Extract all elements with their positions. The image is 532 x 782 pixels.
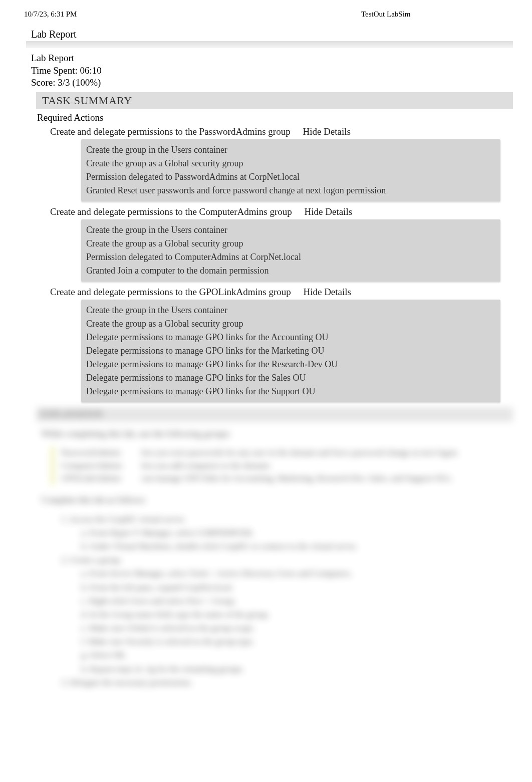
list-item: d. In the Group name field, type the nam…	[81, 608, 508, 621]
task-detail: Create the group as a Global security gr…	[86, 237, 495, 250]
hide-details-link[interactable]: Hide Details	[305, 206, 353, 217]
time-spent-value: 06:10	[80, 65, 102, 76]
task-details-box: Create the group in the Users container …	[81, 300, 500, 402]
list-item: 3. Delegate the necessary permissions.	[61, 676, 508, 689]
task-detail: Create the group in the Users container	[86, 223, 495, 237]
task-detail: Permission delegated to ComputerAdmins a…	[86, 250, 495, 264]
task-detail: Delegate permissions to manage GPO links…	[86, 344, 495, 358]
score-label: Score:	[31, 77, 58, 88]
task-title: Create and delegate permissions to the P…	[50, 126, 291, 137]
task-summary-bar: TASK SUMMARY	[36, 92, 513, 109]
explanation-heading: EXPLANATION	[36, 407, 513, 422]
list-item: a. From Server Manager, select Tools > A…	[81, 567, 508, 580]
task-detail: Delegate permissions to manage GPO links…	[86, 331, 495, 344]
group-desc: lets you reset passwords for any user in…	[141, 446, 459, 459]
required-actions-heading: Required Actions	[37, 112, 508, 123]
list-item: a. From Hyper-V Manager, select CORPSERV…	[81, 526, 508, 540]
complete-intro: Complete this lab as follows:	[41, 495, 508, 505]
task-details-box: Create the group in the Users container …	[81, 139, 500, 201]
lab-report-heading: Lab Report	[31, 52, 508, 65]
task-detail: Delegate permissions to manage GPO links…	[86, 358, 495, 371]
list-item: e. Make sure Global is selected as the g…	[81, 621, 508, 635]
report-meta: Lab Report Time Spent: 06:10 Score: 3/3 …	[31, 52, 508, 89]
task-row: Create and delegate permissions to the G…	[50, 287, 508, 298]
print-timestamp: 10/7/23, 6:31 PM	[24, 10, 171, 19]
score-value: 3/3 (100%)	[58, 77, 101, 88]
group-name: PasswordAdmins	[61, 446, 141, 459]
score-row: Score: 3/3 (100%)	[31, 77, 508, 89]
task-detail: Create the group in the Users container	[86, 304, 495, 317]
task-row: Create and delegate permissions to the C…	[50, 206, 508, 217]
title-divider	[26, 41, 513, 48]
time-spent-row: Time Spent: 06:10	[31, 65, 508, 77]
task-detail: Delegate permissions to manage GPO links…	[86, 371, 495, 385]
time-spent-label: Time Spent:	[31, 65, 80, 76]
table-row: GPOLinkAdmins can manage GPO links for A…	[61, 472, 508, 485]
table-row: PasswordAdmins lets you reset passwords …	[61, 446, 508, 459]
list-item: 2. Create a group.	[61, 553, 508, 567]
task-details-box: Create the group in the Users container …	[81, 219, 500, 282]
task-detail: Create the group as a Global security gr…	[86, 317, 495, 331]
report-content: Lab Report Lab Report Time Spent: 06:10 …	[0, 19, 532, 699]
list-item: f. Make sure Security is selected as the…	[81, 635, 508, 648]
steps-list: 1. Access the CorpDC virtual server. a. …	[61, 512, 508, 689]
explanation-table: PasswordAdmins lets you reset passwords …	[51, 446, 508, 485]
task-detail: Granted Reset user passwords and force p…	[86, 184, 495, 197]
task-detail: Permission delegated to PasswordAdmins a…	[86, 170, 495, 184]
list-item: c. Right-click Users and select New > Gr…	[81, 594, 508, 608]
group-name: ComputerAdmins	[61, 459, 141, 472]
task-title: Create and delegate permissions to the C…	[50, 206, 292, 217]
print-app-title: TestOut LabSim	[171, 10, 508, 19]
list-item: 1. Access the CorpDC virtual server.	[61, 512, 508, 526]
task-detail: Granted Join a computer to the domain pe…	[86, 264, 495, 278]
task-row: Create and delegate permissions to the P…	[50, 126, 508, 137]
hide-details-link[interactable]: Hide Details	[303, 287, 351, 297]
list-item: b. From the left pane, expand CorpNet.lo…	[81, 581, 508, 594]
task-detail: Delegate permissions to manage GPO links…	[86, 385, 495, 398]
page-print-header: 10/7/23, 6:31 PM TestOut LabSim	[0, 0, 532, 19]
explanation-intro: While completing this lab, use the follo…	[41, 429, 508, 439]
task-detail: Create the group as a Global security gr…	[86, 157, 495, 170]
list-item: h. Repeat steps 2c–2g for the remaining …	[81, 662, 508, 676]
group-desc: can manage GPO links for Accounting, Mar…	[141, 472, 452, 485]
blurred-explanation: EXPLANATION While completing this lab, u…	[31, 407, 508, 689]
list-item: g. Select OK.	[81, 648, 508, 662]
task-title: Create and delegate permissions to the G…	[50, 287, 291, 297]
table-row: ComputerAdmins lets you add computers to…	[61, 459, 508, 472]
list-item: b. Under Virtual Machines, double-click …	[81, 540, 508, 553]
task-summary-title: TASK SUMMARY	[42, 94, 132, 107]
task-detail: Create the group in the Users container	[86, 143, 495, 157]
group-desc: lets you add computers to the domain.	[141, 459, 271, 472]
hide-details-link[interactable]: Hide Details	[303, 126, 351, 137]
group-name: GPOLinkAdmins	[61, 472, 141, 485]
page-title: Lab Report	[31, 29, 508, 40]
